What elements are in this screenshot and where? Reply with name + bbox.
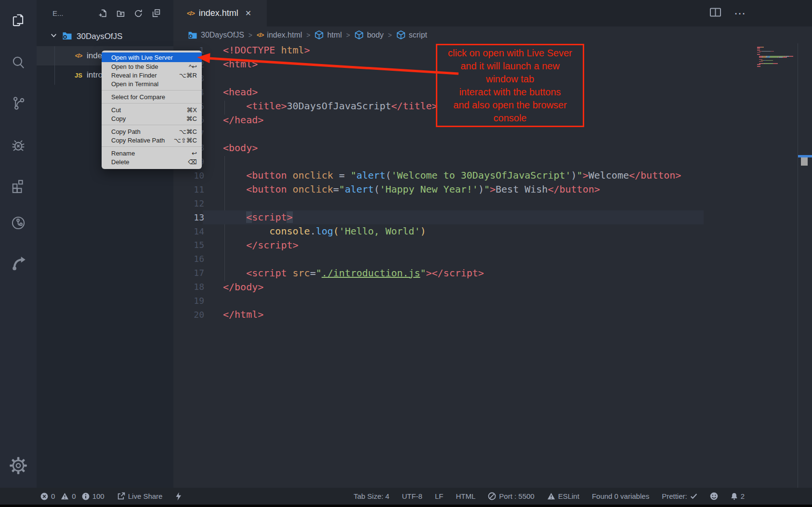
- source-control-icon[interactable]: [8, 92, 29, 114]
- breadcrumb-separator: >: [346, 31, 350, 39]
- tree-root-folder[interactable]: 30DaysOfJS: [37, 27, 173, 46]
- code-line-7[interactable]: 7: [173, 127, 812, 141]
- cube-symbol-icon: [314, 30, 324, 39]
- code-line-10[interactable]: 10 <button onclick = "alert('Welcome to …: [173, 169, 812, 182]
- status-port-5500[interactable]: Port : 5500: [488, 492, 534, 500]
- status-bolt[interactable]: [175, 492, 182, 501]
- explorer-icon[interactable]: [8, 10, 29, 31]
- new-folder-icon[interactable]: [116, 9, 125, 18]
- line-number: 11: [173, 184, 204, 195]
- smiley-icon: [710, 492, 718, 500]
- js-file-icon: JS: [72, 72, 85, 79]
- minimap[interactable]: [757, 47, 796, 67]
- status-label: 0: [72, 492, 76, 500]
- tab-index-html[interactable]: </> index.html ✕: [173, 0, 267, 26]
- status-tab-size-4[interactable]: Tab Size: 4: [354, 492, 389, 500]
- status-label: Prettier:: [662, 492, 687, 500]
- breadcrumb-item-body[interactable]: body: [354, 30, 384, 39]
- menu-item-copy-path[interactable]: Copy Path⌥⌘C: [102, 127, 202, 136]
- annotation-line: click on open with Live Sever: [448, 47, 572, 60]
- status-found-0-variables[interactable]: Found 0 variables: [592, 492, 649, 500]
- status-eslint[interactable]: ESLint: [547, 492, 579, 500]
- code-text: <!DOCTYPE html>: [223, 44, 310, 56]
- cube-symbol-icon: [354, 30, 364, 39]
- share-arrow-icon[interactable]: [8, 252, 29, 273]
- context-menu: Open with Live ServerOpen to the Side^↩R…: [102, 51, 202, 169]
- code-line-19[interactable]: 19: [173, 294, 812, 308]
- status-prettier[interactable]: Prettier:: [662, 492, 697, 500]
- line-number: 18: [173, 282, 204, 292]
- error-icon: [40, 493, 48, 500]
- menu-separator: [102, 90, 202, 91]
- share-box-icon: [117, 492, 125, 500]
- html-file-icon: </>: [257, 32, 263, 39]
- status-0[interactable]: 0: [61, 492, 76, 500]
- extensions-icon[interactable]: [8, 175, 29, 196]
- cube-symbol-icon: [396, 30, 406, 39]
- code-line-11[interactable]: 11 <button onclick="alert('Happy New Yea…: [173, 182, 812, 196]
- breadcrumb-item-html[interactable]: html: [314, 30, 341, 39]
- code-line-14[interactable]: 14 console.log('Hello, World'): [173, 224, 812, 238]
- code-line-16[interactable]: 16: [173, 252, 812, 266]
- split-editor-icon[interactable]: [709, 7, 721, 19]
- menu-item-reveal-in-finder[interactable]: Reveal in Finder⌥⌘R: [102, 71, 202, 79]
- activity-bar: [0, 0, 37, 488]
- window-edge: [0, 505, 812, 507]
- run-debug-icon[interactable]: [8, 134, 29, 156]
- menu-item-cut[interactable]: Cut⌘X: [102, 105, 202, 114]
- code-line-15[interactable]: 15 </script>: [173, 238, 812, 252]
- tab-close-icon[interactable]: ✕: [245, 9, 251, 18]
- menu-item-copy[interactable]: Copy⌘C: [102, 114, 202, 123]
- menu-item-label: Copy Relative Path: [111, 137, 168, 144]
- line-number: 12: [173, 198, 204, 208]
- breadcrumb-item-script[interactable]: script: [396, 30, 427, 39]
- settings-gear-icon[interactable]: [8, 455, 29, 476]
- status-label: 0: [51, 492, 55, 500]
- code-line-9[interactable]: 9: [173, 155, 812, 169]
- live-share-circle-icon[interactable]: [8, 212, 29, 234]
- code-line-18[interactable]: 18</body>: [173, 280, 812, 294]
- code-text: <script>: [223, 211, 293, 223]
- status-lf[interactable]: LF: [435, 492, 444, 500]
- menu-item-select-for-compare[interactable]: Select for Compare: [102, 92, 202, 101]
- code-line-13[interactable]: 13 <script>: [173, 210, 812, 224]
- menu-item-label: Copy: [111, 115, 181, 122]
- collapse-all-icon[interactable]: [151, 9, 161, 18]
- status-label: 2: [741, 492, 745, 500]
- code-line-20[interactable]: 20</html>: [173, 308, 812, 322]
- status-left: 00100Live Share: [40, 492, 182, 501]
- status-html[interactable]: HTML: [456, 492, 475, 500]
- editor-actions: ⋯: [709, 0, 746, 26]
- breadcrumb-label: index.html: [267, 31, 302, 39]
- status-label: LF: [435, 492, 444, 500]
- code-line-12[interactable]: 12: [173, 196, 812, 210]
- scrollbar-thumb[interactable]: [801, 157, 808, 166]
- menu-item-shortcut: ⌫: [188, 158, 197, 166]
- status-smiley[interactable]: [710, 492, 718, 500]
- menu-item-copy-relative-path[interactable]: Copy Relative Path⌥⇧⌘C: [102, 136, 202, 144]
- status-utf-8[interactable]: UTF-8: [402, 492, 422, 500]
- menu-item-delete[interactable]: Delete⌫: [102, 157, 202, 166]
- status-0[interactable]: 0: [40, 492, 55, 500]
- status-100[interactable]: 100: [82, 492, 105, 500]
- new-file-icon[interactable]: [98, 9, 107, 18]
- menu-item-rename[interactable]: Rename↩: [102, 149, 202, 157]
- code-line-8[interactable]: 8<body>: [173, 141, 812, 155]
- code-line-17[interactable]: 17 <script src="./introduction.js"></scr…: [173, 266, 812, 280]
- breadcrumb-label: body: [367, 31, 384, 39]
- refresh-icon[interactable]: [133, 9, 143, 18]
- menu-item-open-in-terminal[interactable]: Open in Terminal: [102, 79, 202, 88]
- annotation-line: interact with the buttons: [459, 86, 561, 99]
- status-2[interactable]: 2: [731, 492, 745, 500]
- status-label: 100: [92, 492, 105, 500]
- menu-item-open-to-the-side[interactable]: Open to the Side^↩: [102, 62, 202, 71]
- breadcrumb-item-index-html[interactable]: </>index.html: [257, 31, 302, 39]
- menu-item-open-with-live-server[interactable]: Open with Live Server: [102, 52, 202, 62]
- status-live-share[interactable]: Live Share: [117, 492, 163, 500]
- search-icon[interactable]: [8, 52, 29, 73]
- breadcrumb-separator: >: [249, 31, 252, 39]
- code-text: <button onclick = "alert('Welcome to 30D…: [223, 169, 681, 181]
- menu-item-shortcut: ⌘C: [186, 115, 197, 122]
- breadcrumb-item-30daysofjs[interactable]: 30DaysOfJS: [188, 31, 244, 39]
- annotation-line: console: [494, 112, 527, 125]
